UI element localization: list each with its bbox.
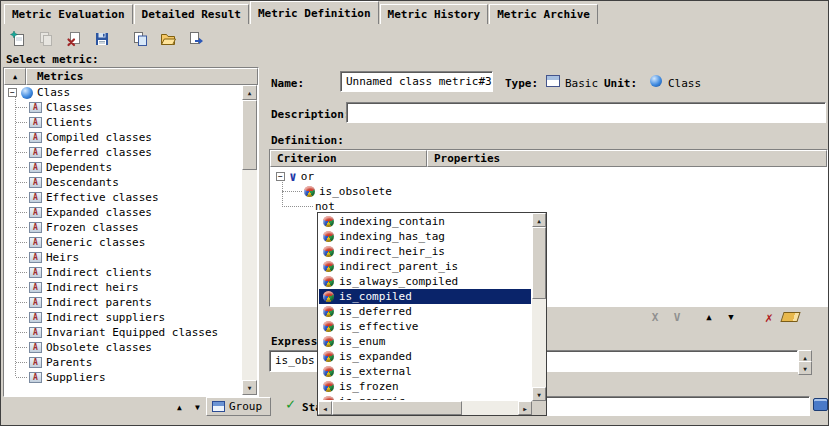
tree-item[interactable]: Parents (5, 355, 242, 370)
tree-item-label: Indirect heirs (46, 281, 139, 294)
dropdown-item[interactable]: indirect_heir_is (319, 244, 531, 259)
dropdown-item[interactable]: indexing_contain (319, 214, 531, 229)
export-metric-icon[interactable] (184, 27, 208, 51)
save-metric-icon[interactable] (90, 27, 114, 51)
dropdown-item-label: is_compiled (339, 290, 412, 303)
tree-item[interactable]: Suppliers (5, 370, 242, 385)
tree-connector (282, 180, 283, 207)
tab[interactable]: Metric Evaluation (4, 4, 133, 24)
tab[interactable]: Metric History (380, 4, 489, 24)
tab[interactable]: Metric Archive (489, 4, 598, 24)
criterion-icon (323, 381, 334, 392)
sort-ascending-icon[interactable]: ▲ (4, 68, 26, 85)
new-metric-icon[interactable] (6, 27, 30, 51)
dropdown-item[interactable]: indirect_parent_is (319, 259, 531, 274)
name-label: Name: (271, 77, 304, 90)
metric-tool-window: Metric Evaluation Detailed Result Metric… (0, 0, 829, 426)
import-metrics-icon[interactable] (128, 27, 152, 51)
and-operator-icon[interactable]: X (646, 309, 664, 325)
tree-item[interactable]: Indirect suppliers (5, 310, 242, 325)
criterion-column-header: Criterion (270, 150, 427, 167)
collapse-icon[interactable]: − (8, 88, 17, 97)
move-metric-up-button[interactable]: ▲ (172, 400, 187, 414)
tree-item[interactable]: Deferred classes (5, 145, 242, 160)
dropdown-item-label: is_enum (339, 335, 385, 348)
scroll-up-icon[interactable]: ▲ (242, 85, 257, 100)
tree-root-item[interactable]: − Class (5, 85, 242, 100)
dropdown-vertical-scrollbar[interactable]: ▲ ▼ (532, 213, 546, 401)
tree-item[interactable]: Indirect heirs (5, 280, 242, 295)
select-metric-label: Select metric: (6, 53, 99, 66)
tab[interactable]: Detailed Result (134, 4, 249, 24)
move-criterion-down-icon[interactable]: ▼ (722, 309, 740, 325)
expression-scroll-down-icon[interactable]: ▼ (798, 361, 812, 375)
tree-item[interactable]: Expanded classes (5, 205, 242, 220)
collapse-icon[interactable]: − (276, 172, 285, 181)
dropdown-item[interactable]: is_frozen (319, 379, 531, 394)
dropdown-item[interactable]: is_generic (319, 394, 531, 400)
metric-icon (29, 312, 42, 323)
dropdown-item[interactable]: is_deferred (319, 304, 531, 319)
metric-icon (29, 222, 42, 233)
dropdown-item[interactable]: is_effective (319, 319, 531, 334)
metric-icon (29, 357, 42, 368)
move-metric-down-button[interactable]: ▼ (190, 400, 205, 414)
tree-scrollbar[interactable]: ▲ ▼ (242, 85, 257, 395)
type-label: Type: (505, 77, 538, 90)
scroll-down-icon[interactable]: ▼ (532, 387, 546, 401)
scroll-up-icon[interactable]: ▲ (532, 213, 546, 227)
dropdown-item[interactable]: is_enum (319, 334, 531, 349)
criterion-icon (323, 246, 334, 257)
tree-item[interactable]: Descendants (5, 175, 242, 190)
tree-scrollbar-thumb[interactable] (242, 100, 257, 170)
tab[interactable]: Metric Definition (250, 1, 379, 24)
delete-metric-icon[interactable] (62, 27, 86, 51)
scroll-down-icon[interactable]: ▼ (242, 380, 257, 395)
delete-criterion-icon[interactable]: ✗ (760, 309, 778, 325)
dropdown-item-label: indexing_contain (339, 215, 445, 228)
name-field[interactable]: Unnamed class metric#3 (340, 71, 493, 92)
tab-label: Metric History (388, 8, 481, 21)
unit-value: Class (668, 77, 701, 90)
tree-item-label: Deferred classes (46, 146, 152, 159)
metric-icon (29, 252, 42, 263)
tree-item-label: Indirect parents (46, 296, 152, 309)
tree-item-label: Clients (46, 116, 92, 129)
dropdown-item[interactable]: is_expanded (319, 349, 531, 364)
dropdown-scrollbar-thumb[interactable] (532, 227, 546, 299)
tree-item[interactable]: Invariant Equipped classes (5, 325, 242, 340)
dropdown-item[interactable]: is_compiled (319, 289, 531, 304)
open-folder-icon[interactable] (156, 27, 180, 51)
copy-metric-icon[interactable] (34, 27, 58, 51)
metric-icon (29, 297, 42, 308)
tree-item[interactable]: Frozen classes (5, 220, 242, 235)
dropdown-hscrollbar-thumb[interactable] (332, 401, 462, 415)
tree-item[interactable]: Heirs (5, 250, 242, 265)
tree-column-header[interactable]: Metrics (26, 68, 258, 85)
criterion-icon (323, 276, 334, 287)
criterion-row-is-obsolete[interactable]: is_obsolete (304, 184, 392, 199)
tree-item[interactable]: Dependents (5, 160, 242, 175)
or-operator-icon[interactable]: V (668, 309, 686, 325)
tree-item[interactable]: Indirect parents (5, 295, 242, 310)
dropdown-item[interactable]: is_external (319, 364, 531, 379)
dropdown-item[interactable]: indexing_has_tag (319, 229, 531, 244)
dropdown-item[interactable]: is_always_compiled (319, 274, 531, 289)
move-criterion-up-icon[interactable]: ▲ (700, 309, 718, 325)
criterion-row-or[interactable]: − ∨ or (276, 169, 314, 184)
eraser-icon[interactable] (780, 312, 800, 322)
tree-item[interactable]: Indirect clients (5, 265, 242, 280)
tree-item[interactable]: Generic classes (5, 235, 242, 250)
group-button[interactable]: Group (206, 397, 271, 416)
tree-item[interactable]: Obsolete classes (5, 340, 242, 355)
tree-item[interactable]: Effective classes (5, 190, 242, 205)
description-field[interactable] (346, 102, 826, 123)
tree-item[interactable]: Compiled classes (5, 130, 242, 145)
tree-item[interactable]: Clients (5, 115, 242, 130)
tree-connector (282, 191, 302, 192)
tree-item[interactable]: Classes (5, 100, 242, 115)
scroll-left-icon[interactable]: ◀ (318, 401, 332, 415)
comment-icon[interactable] (813, 398, 828, 411)
dropdown-horizontal-scrollbar[interactable]: ◀ ▶ (318, 401, 532, 415)
scroll-right-icon[interactable]: ▶ (518, 401, 532, 415)
